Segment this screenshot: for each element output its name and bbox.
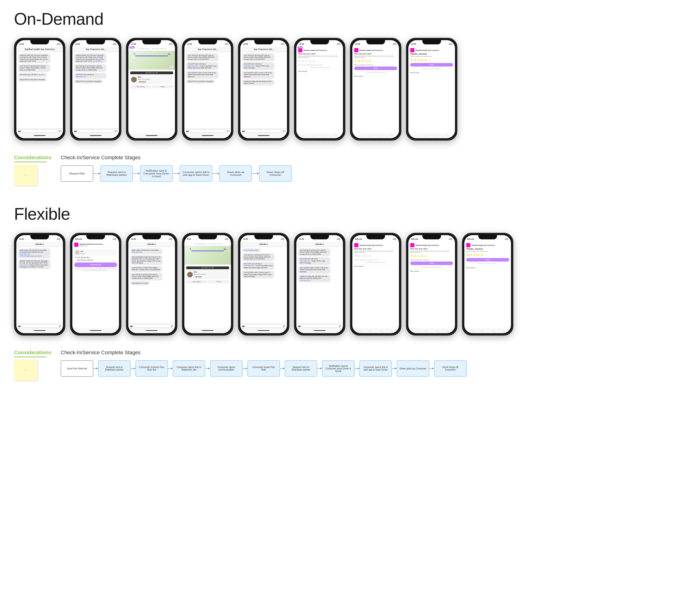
lyft-logo: l bbox=[410, 48, 414, 52]
sms-bubble: Your Lyft driver, Nick, is here! Look fo… bbox=[242, 71, 274, 79]
sms-messages: When ready, click this link to see detai… bbox=[16, 247, 63, 323]
done-button[interactable]: Done bbox=[410, 63, 453, 67]
request-lyft-button[interactable]: Request Lyft bbox=[74, 262, 117, 267]
sms-input-row: 📷 🎤 bbox=[240, 323, 287, 329]
flow-step: Consumer opens link to Rideshare site bbox=[173, 360, 205, 377]
phone-bottom bbox=[240, 329, 287, 333]
flex-considerations-label: Considerations bbox=[14, 350, 47, 357]
sms-input[interactable] bbox=[190, 129, 226, 133]
status-bar: 12:25 ●●● bbox=[128, 40, 175, 47]
sms-bubble: When ready, click this link to see detai… bbox=[18, 248, 50, 258]
status-bar: 12:20 ●●● bbox=[16, 235, 63, 242]
flow-step: Notification sent to Consumer once Drive… bbox=[322, 360, 355, 377]
phone-bottom: ⬚ ⬚ ⬚ ⬚ bbox=[352, 134, 399, 138]
done-button[interactable]: Done bbox=[466, 258, 509, 262]
sms-input[interactable] bbox=[246, 324, 282, 328]
phone-bottom bbox=[240, 134, 287, 138]
fl-phone-8: lyft.com ●●● l Starfleet Health San Fran… bbox=[406, 233, 457, 335]
stars-row[interactable]: ★ ★ ★ ★ ★ bbox=[466, 253, 509, 257]
stars-row[interactable]: ★ ★ ★ ★ ★ bbox=[298, 59, 341, 63]
stars-row[interactable]: ★ ★ ★ ★ ★ bbox=[354, 59, 397, 63]
flow-step: Request sent to Rideshare partner bbox=[100, 165, 133, 182]
sms-input[interactable] bbox=[21, 129, 58, 133]
done-button[interactable]: Done bbox=[410, 262, 453, 265]
sticky-note: -- bbox=[14, 164, 37, 186]
flow-arrow bbox=[205, 368, 210, 369]
ondemand-phone-row: 12:20 ●●● Starfleet Health San Francisco… bbox=[14, 38, 686, 141]
status-bar: lyft.com ●●● bbox=[408, 235, 455, 242]
sms-header: 609-Mi-1 bbox=[240, 242, 287, 247]
lyft-body: ARRIVING IN 2 MIN Nick White Chevy Malib… bbox=[128, 70, 175, 134]
status-bar: 12:45 ●●● bbox=[296, 40, 343, 47]
flow-arrow bbox=[317, 368, 322, 369]
flow-arrow bbox=[93, 368, 98, 369]
od-phone-3: Save 12:25 ●●● ‹ UCSF Mission Bay — San … bbox=[126, 38, 177, 141]
sms-header: Starfleet Health San Francisco bbox=[16, 47, 63, 52]
fl-phone-5: 12:25 ●●● 609-Mi-1 VTR1XMG8j3ewoQ0... Yo… bbox=[238, 233, 289, 335]
flexible-bottom: Considerations -- Check-In/Service Compl… bbox=[14, 350, 686, 381]
sms-bubble: Your Lyft ride is arriving soon! Look fo… bbox=[130, 273, 162, 280]
ondemand-flow: Check-In/Service Complete Stages Request… bbox=[61, 155, 686, 186]
phone-bottom: ⬚ ⬚ ⬚ ⬚ bbox=[352, 329, 399, 333]
considerations-box: Considerations -- bbox=[14, 155, 47, 186]
sms-messages: Your Lyft ride is arriving soon! Look fo… bbox=[296, 247, 343, 323]
status-bar: 9:41 ●●● bbox=[184, 235, 231, 242]
lyft-logo: l bbox=[354, 243, 358, 247]
sms-bubble: Your Lyft ride is arriving soon! Look fo… bbox=[242, 53, 274, 61]
sms-bubble: Your Lyft driver, Nick, is here! Look fo… bbox=[298, 266, 330, 274]
status-bar: lyft.com ●●● bbox=[464, 235, 511, 242]
stars-row[interactable]: ★ ★ ★ ★ ★ bbox=[410, 58, 453, 62]
sms-messages: VTR1XMG8j3ewoQ0... Your Lyft ride is arr… bbox=[240, 247, 287, 323]
sms-input[interactable] bbox=[246, 129, 282, 133]
sms-bubble: Reply STOP to stop future messages. bbox=[18, 78, 47, 82]
status-bar: 12:25 ●●● bbox=[184, 40, 231, 47]
status-bar: 12:45 ●●● bbox=[240, 40, 287, 47]
sms-header: San Francisco Hel... bbox=[72, 47, 119, 52]
od-phone-4: 12:25 ●●● San Francisco Hel... Your Lyft… bbox=[182, 38, 233, 141]
sms-bubble: Your Lyft ride is arriving soon! Look fo… bbox=[242, 253, 274, 261]
sms-input[interactable] bbox=[21, 324, 58, 328]
sms-bubble: Your Lyft ride is arriving soon! Look fo… bbox=[74, 64, 106, 72]
flow-step: Send Flex Ride link bbox=[61, 360, 93, 377]
done-button[interactable]: Done bbox=[354, 67, 397, 70]
status-bar: lyft.com ●●● bbox=[72, 235, 119, 242]
stars-row[interactable]: ★ ★ ★ ★ ★ bbox=[354, 254, 397, 258]
phone-bottom: ⬚ ⬚ ⬚ ⬚ bbox=[408, 329, 455, 333]
phone-bottom bbox=[296, 329, 343, 333]
status-bar: 12:22 ●●● bbox=[72, 40, 119, 47]
lyft-header: ‹ UCSF Mission Bay — San Francisco City … bbox=[184, 242, 231, 246]
sms-input[interactable] bbox=[133, 324, 170, 328]
flow-arrow bbox=[243, 368, 247, 369]
lyft-logo: l bbox=[74, 243, 78, 247]
sms-bubble: See where your Lyft ride is: https://lyf… bbox=[186, 62, 218, 70]
flow-step: Driver drops off Consumer bbox=[259, 165, 292, 182]
sms-bubble: Your Lyft driver, Nick, is here! Look fo… bbox=[242, 271, 274, 278]
phone-bottom bbox=[72, 329, 119, 333]
flow-step-driver-picks: Driver picks up Consumer bbox=[397, 360, 429, 377]
phone-bottom: ⬚ ⬚ ⬚ ⬚ bbox=[464, 329, 511, 333]
sms-messages: When ready, click this link to see detai… bbox=[128, 247, 175, 323]
sms-input[interactable] bbox=[77, 129, 114, 133]
sms-input[interactable] bbox=[302, 324, 338, 328]
phone-bottom bbox=[184, 134, 231, 138]
lyft-logo: l bbox=[298, 48, 302, 52]
flow-step-consumer-receives: Consumer receives Flex Ride link bbox=[135, 360, 168, 377]
lyft-logo: l bbox=[354, 48, 358, 52]
status-bar: 12:45 ●●● bbox=[352, 40, 399, 47]
lyft-header: ‹ UCSF Mission Bay — San Francisco City … bbox=[128, 47, 175, 51]
map-area: 📍 🏁 🗺 bbox=[128, 51, 175, 70]
fl-phone-6: 12:45 ●●● 609-Mi-1 Your Lyft ride is arr… bbox=[294, 233, 345, 335]
sms-bubble: Starfleet Health San Francisco requested… bbox=[74, 53, 106, 63]
fl-phone-4: 9:41 ●●● ‹ UCSF Mission Bay — San Franci… bbox=[182, 233, 233, 335]
flow-step: Consumer opens communication bbox=[210, 360, 243, 377]
fl-phone-3: 12:22 ●●● 609-Mi-1 When ready, click thi… bbox=[126, 233, 177, 335]
flow-arrow bbox=[173, 173, 180, 174]
stars-row[interactable]: ★ ★ ★ ★ ★ bbox=[410, 254, 453, 258]
flow-arrow bbox=[429, 368, 434, 369]
status-bar: 12:45 ●●● bbox=[408, 40, 455, 47]
status-bar: lyft.com ●●● bbox=[352, 235, 399, 242]
sms-input-row: 📷 🎤 bbox=[184, 128, 231, 134]
flow-arrow bbox=[392, 368, 397, 369]
od-phone-1: 12:20 ●●● Starfleet Health San Francisco… bbox=[14, 38, 65, 141]
sms-header: 609-Mi-1 bbox=[128, 242, 175, 247]
